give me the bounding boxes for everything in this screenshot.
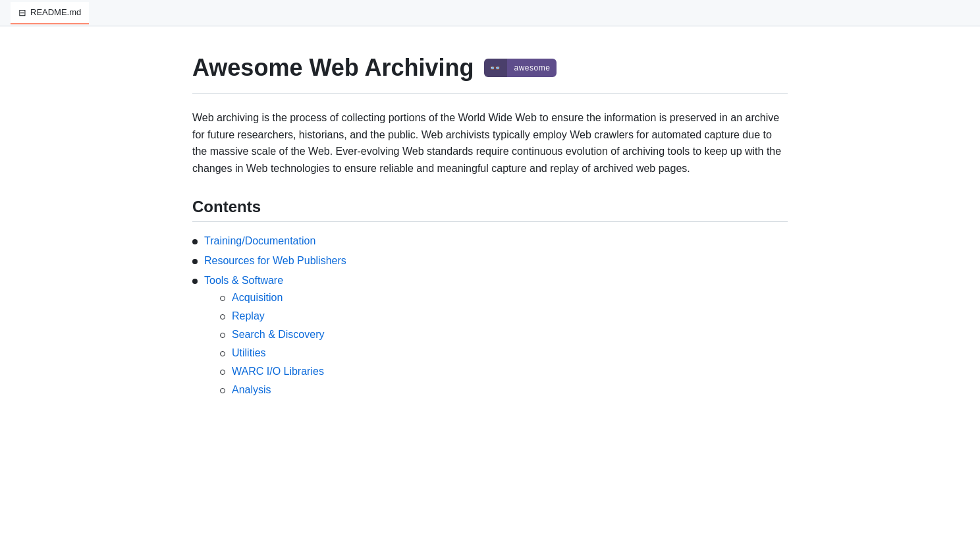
badge-icon-part: 👓 — [484, 59, 507, 77]
contents-divider — [192, 221, 788, 222]
file-icon: ⊟ — [18, 7, 26, 18]
toc-link-warc[interactable]: WARC I/O Libraries — [232, 366, 324, 377]
bullet-empty-warc — [220, 370, 225, 375]
list-item: Analysis — [220, 384, 788, 396]
list-item: Resources for Web Publishers — [192, 255, 788, 267]
page-title-row: Awesome Web Archiving 👓 awesome — [192, 53, 788, 82]
toc-link-tools[interactable]: Tools & Software — [204, 275, 788, 287]
tab-label: README.md — [30, 7, 81, 17]
glasses-icon: 👓 — [489, 63, 502, 73]
bullet-empty-acquisition — [220, 296, 225, 301]
tab-bar: ⊟ README.md — [0, 0, 980, 26]
toc-link-replay[interactable]: Replay — [232, 310, 265, 322]
toc-link-training[interactable]: Training/Documentation — [204, 235, 315, 247]
toc-link-analysis[interactable]: Analysis — [232, 384, 271, 396]
readme-tab[interactable]: ⊟ README.md — [11, 2, 89, 24]
sub-list: Acquisition Replay Search & Discovery — [220, 292, 788, 403]
toc-link-search[interactable]: Search & Discovery — [232, 329, 325, 341]
list-item: Training/Documentation — [192, 235, 788, 247]
bullet-empty-search — [220, 333, 225, 338]
list-item: Tools & Software Acquisition Replay S — [192, 275, 788, 403]
bullet-empty-utilities — [220, 351, 225, 356]
list-item: Utilities — [220, 347, 788, 359]
description-text: Web archiving is the process of collecti… — [192, 109, 788, 177]
toc-list: Training/Documentation Resources for Web… — [192, 235, 788, 403]
contents-heading: Contents — [192, 198, 788, 216]
list-item: WARC I/O Libraries — [220, 366, 788, 377]
bullet-empty-replay — [220, 314, 225, 320]
page-title: Awesome Web Archiving — [192, 53, 474, 82]
bullet-empty-analysis — [220, 388, 225, 393]
bullet-filled-1 — [192, 239, 198, 244]
awesome-badge: 👓 awesome — [484, 59, 557, 77]
tools-item-wrapper: Tools & Software Acquisition Replay S — [192, 275, 788, 403]
toc-link-acquisition[interactable]: Acquisition — [232, 292, 283, 304]
list-item: Replay — [220, 310, 788, 322]
bullet-filled-3 — [192, 279, 198, 284]
toc-link-resources[interactable]: Resources for Web Publishers — [204, 255, 346, 267]
list-item: Acquisition — [220, 292, 788, 304]
content-area: Awesome Web Archiving 👓 awesome Web arch… — [161, 26, 819, 450]
badge-text-part: awesome — [507, 59, 557, 77]
bullet-filled-2 — [192, 259, 198, 264]
toc-link-utilities[interactable]: Utilities — [232, 347, 266, 359]
tools-item-content: Tools & Software Acquisition Replay S — [204, 275, 788, 403]
list-item: Search & Discovery — [220, 329, 788, 341]
title-divider — [192, 93, 788, 94]
